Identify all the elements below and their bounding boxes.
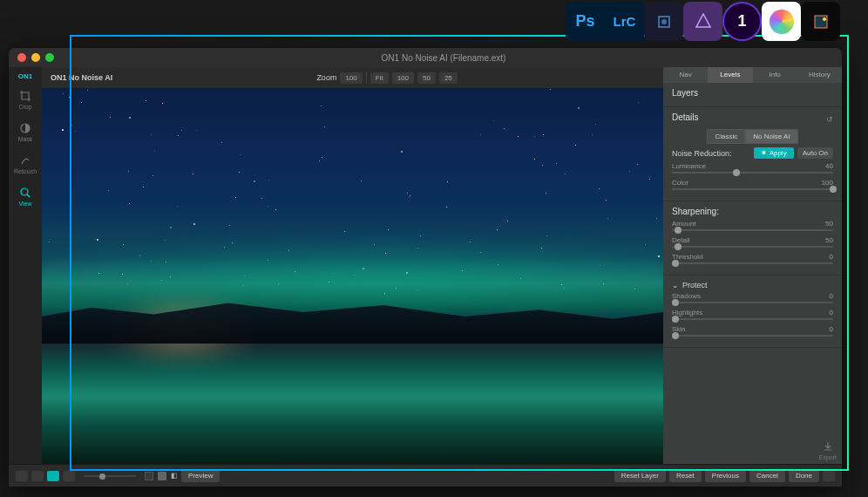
- view-mode-1[interactable]: [16, 471, 28, 481]
- softproof-icon[interactable]: ◧: [171, 472, 178, 480]
- view-mode-2[interactable]: [31, 471, 44, 481]
- done-button[interactable]: Done: [789, 469, 819, 482]
- mask-tool[interactable]: Mask: [14, 117, 37, 147]
- tab-history[interactable]: History: [797, 67, 842, 83]
- minimize-button[interactable]: [31, 53, 40, 62]
- compare-checkbox[interactable]: [145, 472, 153, 480]
- maximize-button[interactable]: [45, 53, 54, 62]
- zoom-50[interactable]: 50: [417, 72, 436, 84]
- mode-nonoise[interactable]: No Noise AI: [745, 129, 797, 144]
- image-canvas[interactable]: [42, 88, 663, 464]
- elements-icon: [644, 2, 683, 41]
- details-reset-icon[interactable]: ↺: [826, 115, 833, 124]
- left-toolbar: ON1 Crop Mask Retouch View: [9, 67, 42, 464]
- svg-rect-1: [815, 16, 827, 28]
- reset-button[interactable]: Reset: [669, 469, 702, 482]
- svg-point-4: [21, 188, 28, 195]
- export-button[interactable]: Export: [819, 440, 837, 460]
- window-controls: [17, 53, 54, 62]
- svg-rect-5: [158, 472, 166, 480]
- canvas-header: ON1 No Noise AI Zoom 100 Fit 100 50 25: [42, 67, 663, 88]
- preview-button[interactable]: Preview: [181, 469, 220, 482]
- app-name: ON1 No Noise AI: [51, 73, 112, 82]
- view-mode-3[interactable]: [47, 471, 59, 481]
- sharpening-heading: Sharpening:: [672, 207, 833, 216]
- view-mode-4[interactable]: [63, 471, 75, 481]
- pixelmator-icon: [801, 2, 840, 41]
- bottom-zoom-slider[interactable]: [84, 475, 136, 477]
- zoom-fit[interactable]: Fit: [370, 72, 389, 84]
- layers-heading: Layers: [672, 88, 833, 98]
- photoshop-icon: Ps: [566, 2, 605, 41]
- on1-logo: ON1: [13, 71, 37, 83]
- view-tool[interactable]: View: [14, 181, 37, 212]
- zoom-label: Zoom: [316, 73, 336, 82]
- shadows-slider[interactable]: [672, 302, 833, 303]
- color-slider[interactable]: [672, 188, 833, 190]
- close-button[interactable]: [17, 53, 26, 62]
- detail-slider[interactable]: [672, 246, 833, 248]
- svg-point-2: [823, 17, 826, 21]
- noise-label: Noise Reduction:: [672, 149, 732, 158]
- highlights-slider[interactable]: [672, 318, 833, 320]
- reset-layer-button[interactable]: Reset Layer: [614, 469, 666, 482]
- retouch-tool[interactable]: Retouch: [14, 149, 37, 180]
- cancel-button[interactable]: Cancel: [749, 469, 785, 482]
- zoom-100[interactable]: 100: [392, 72, 414, 84]
- skin-slider[interactable]: [672, 335, 833, 337]
- bottom-bar: ◧ Preview Reset Layer Reset Previous Can…: [9, 464, 842, 487]
- amount-slider[interactable]: [672, 229, 833, 231]
- mask-view-icon[interactable]: [157, 471, 167, 481]
- app-window: ON1 No Noise AI (Filename.ext) ON1 Crop …: [9, 48, 842, 487]
- right-panel: Nav Levels Info History Layers Details ↺…: [663, 67, 842, 464]
- auto-on-button[interactable]: Auto On: [797, 147, 833, 159]
- chevron-down-icon[interactable]: ⌄: [672, 281, 679, 289]
- panel-toggle-icon[interactable]: [823, 471, 835, 481]
- details-heading: Details: [672, 112, 699, 122]
- tab-nav[interactable]: Nav: [663, 67, 708, 83]
- captureone-icon: 1: [722, 2, 762, 41]
- tab-info[interactable]: Info: [753, 67, 797, 83]
- luminance-slider[interactable]: [672, 172, 833, 174]
- zoom-25[interactable]: 25: [439, 72, 458, 84]
- threshold-slider[interactable]: [672, 262, 833, 264]
- center-pane: ON1 No Noise AI Zoom 100 Fit 100 50 25: [42, 67, 663, 464]
- zoom-value[interactable]: 100: [340, 72, 362, 84]
- crop-tool[interactable]: Crop: [14, 85, 37, 115]
- plugin-host-icons: Ps LrC 1: [566, 2, 840, 41]
- titlebar: ON1 No Noise AI (Filename.ext): [9, 48, 842, 67]
- mode-classic[interactable]: Classic: [707, 129, 745, 144]
- tab-levels[interactable]: Levels: [708, 67, 752, 83]
- previous-button[interactable]: Previous: [705, 469, 746, 482]
- window-title: ON1 No Noise AI (Filename.ext): [54, 53, 833, 63]
- apply-button[interactable]: ✷ Apply: [754, 147, 794, 159]
- svg-point-0: [661, 19, 667, 24]
- protect-heading: Protect: [682, 281, 708, 289]
- apple-photos-icon: [762, 2, 801, 41]
- affinity-icon: [683, 2, 722, 41]
- lightroom-classic-icon: LrC: [605, 2, 644, 41]
